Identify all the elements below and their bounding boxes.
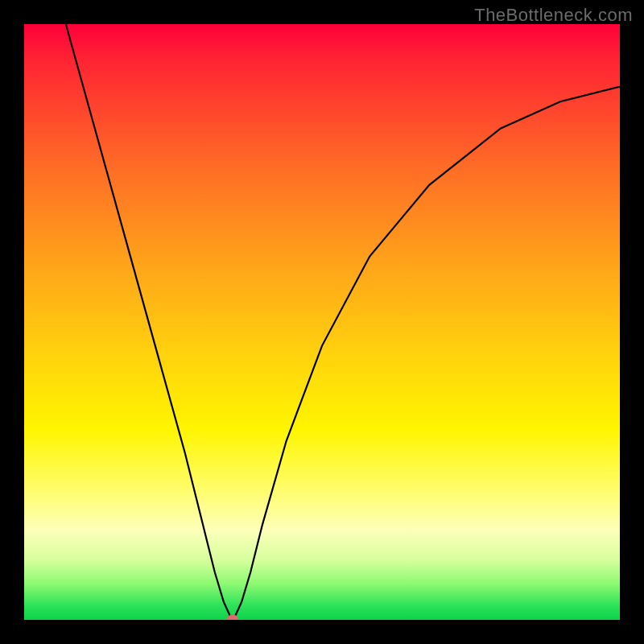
plot-area [24, 24, 620, 620]
minimum-marker [227, 615, 238, 620]
watermark-text: TheBottleneck.com [474, 5, 633, 26]
curve-svg [24, 24, 620, 620]
chart-container: TheBottleneck.com [0, 0, 644, 644]
bottleneck-curve-path [66, 24, 620, 619]
